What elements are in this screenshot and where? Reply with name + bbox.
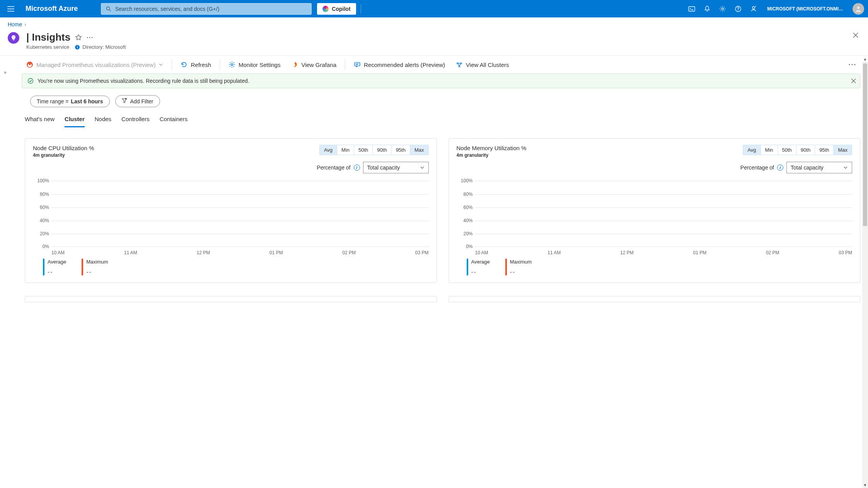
scroll-up-icon[interactable]: ▲ (862, 56, 868, 62)
cpu-chart[interactable]: 100% 80% 60% 40% 20% 0% (33, 179, 429, 248)
azure-header: Microsoft Azure Copilot MICROSOFT (MICRO… (0, 0, 868, 17)
agg-min[interactable]: Min (337, 145, 354, 155)
toolbar: Managed Prometheus visualizations (Previ… (0, 55, 868, 74)
header-right: MICROSOFT (MICROSOFT.ONMI… (687, 3, 864, 15)
legend: Average -- Maximum -- (43, 259, 429, 276)
legend-average[interactable]: Average -- (43, 259, 66, 276)
gear-icon (229, 61, 235, 68)
legend-average[interactable]: Average -- (467, 259, 490, 276)
legend-color-max (505, 259, 507, 276)
svg-point-10 (87, 37, 88, 38)
agg-avg[interactable]: Avg (320, 145, 337, 155)
card-cpu: Node CPU Utilization % 4m granularity Av… (25, 138, 437, 283)
clusters-icon (456, 61, 463, 68)
svg-point-24 (854, 64, 856, 65)
legend-color-avg (467, 259, 468, 276)
card-stub (25, 296, 437, 302)
agg-95th[interactable]: 95th (815, 145, 834, 155)
legend-maximum[interactable]: Maximum -- (505, 259, 532, 276)
monitor-settings-button[interactable]: Monitor Settings (224, 59, 285, 70)
chart-cards-row2 (0, 296, 868, 302)
svg-point-3 (722, 8, 724, 10)
search-input[interactable] (115, 6, 307, 12)
agg-max[interactable]: Max (834, 145, 852, 155)
memory-chart[interactable]: 100% 80% 60% 40% 20% 0% (457, 179, 853, 248)
chart-cards: Node CPU Utilization % 4m granularity Av… (0, 127, 868, 291)
feedback-icon[interactable] (749, 5, 758, 13)
add-filter-icon (122, 98, 127, 104)
tab-cluster[interactable]: Cluster (65, 114, 85, 127)
svg-point-25 (28, 79, 33, 84)
aggregation-toggle: Avg Min 50th 90th 95th Max (319, 145, 429, 155)
card-memory: Node Memory Utilization % 4m granularity… (448, 138, 861, 283)
tab-whats-new[interactable]: What's new (25, 114, 55, 127)
tab-nodes[interactable]: Nodes (95, 114, 111, 127)
tab-controllers[interactable]: Controllers (121, 114, 150, 127)
time-range-filter[interactable]: Time range = Last 6 hours (30, 96, 110, 107)
brand[interactable]: Microsoft Azure (26, 5, 78, 13)
view-all-clusters-button[interactable]: View All Clusters (451, 59, 513, 70)
capacity-dropdown[interactable]: Total capacity (786, 162, 852, 173)
aggregation-toggle: Avg Min 50th 90th 95th Max (743, 145, 852, 155)
percentage-label: Percentage of (317, 164, 350, 171)
recommended-alerts-button[interactable]: Recommended alerts (Preview) (349, 59, 450, 70)
chevron-down-icon (843, 165, 848, 170)
svg-point-17 (231, 64, 233, 66)
card-title: Node CPU Utilization % (33, 145, 94, 151)
legend-maximum[interactable]: Maximum -- (82, 259, 108, 276)
filters-row: Time range = Last 6 hours Add Filter (0, 88, 868, 107)
agg-90th[interactable]: 90th (796, 145, 815, 155)
search-icon (106, 6, 111, 12)
svg-point-0 (107, 7, 110, 10)
copilot-button[interactable]: Copilot (317, 3, 356, 15)
hamburger-menu[interactable] (4, 2, 18, 16)
x-axis: 10 AM 11 AM 12 PM 01 PM 02 PM 03 PM (51, 250, 429, 255)
notifications-icon[interactable] (703, 5, 711, 13)
page-title: | Insights (26, 31, 70, 43)
agg-avg[interactable]: Avg (743, 145, 761, 155)
alerts-icon (354, 61, 361, 68)
avatar[interactable] (853, 3, 864, 15)
settings-icon[interactable] (718, 5, 727, 13)
svg-point-6 (857, 6, 859, 9)
agg-50th[interactable]: 50th (354, 145, 373, 155)
svg-point-5 (752, 7, 755, 9)
prometheus-dropdown[interactable]: Managed Prometheus visualizations (Previ… (22, 59, 168, 70)
chevron-down-icon (420, 165, 425, 170)
tenant-label[interactable]: MICROSOFT (MICROSOFT.ONMI… (767, 6, 843, 12)
help-icon[interactable] (734, 5, 742, 13)
more-icon[interactable] (87, 36, 93, 39)
svg-point-23 (852, 64, 853, 65)
global-search[interactable] (101, 3, 312, 15)
add-filter-button[interactable]: Add Filter (115, 95, 160, 107)
agg-50th[interactable]: 50th (778, 145, 796, 155)
close-blade-button[interactable] (853, 32, 859, 38)
agg-min[interactable]: Min (761, 145, 778, 155)
info-banner: You're now using Prometheus visualizatio… (22, 74, 860, 88)
info-icon[interactable]: i (777, 164, 783, 171)
tab-containers[interactable]: Containers (160, 114, 188, 127)
blade-header: | Insights Kubernetes service Directory:… (0, 29, 868, 55)
banner-close-button[interactable] (851, 79, 856, 84)
service-label: Kubernetes service (26, 44, 69, 50)
info-icon[interactable]: i (354, 164, 360, 171)
breadcrumb-home[interactable]: Home (8, 21, 22, 27)
svg-point-21 (459, 66, 460, 67)
cloud-shell-icon[interactable] (687, 5, 696, 13)
scrollbar-thumb[interactable] (863, 63, 867, 226)
refresh-button[interactable]: Refresh (176, 59, 216, 70)
agg-max[interactable]: Max (410, 145, 428, 155)
legend-color-max (82, 259, 83, 276)
vertical-scrollbar[interactable]: ▲ ▼ (862, 62, 868, 302)
capacity-dropdown[interactable]: Total capacity (363, 162, 429, 173)
agg-95th[interactable]: 95th (392, 145, 410, 155)
toolbar-overflow-icon[interactable] (844, 61, 860, 68)
agg-90th[interactable]: 90th (373, 145, 391, 155)
favorite-star-icon[interactable] (75, 34, 82, 41)
svg-point-9 (14, 36, 15, 37)
card-granularity: 4m granularity (33, 152, 94, 158)
svg-rect-2 (689, 7, 695, 11)
svg-rect-18 (355, 62, 360, 66)
view-grafana-button[interactable]: View Grafana (286, 59, 341, 70)
info-solid-icon (75, 45, 80, 50)
